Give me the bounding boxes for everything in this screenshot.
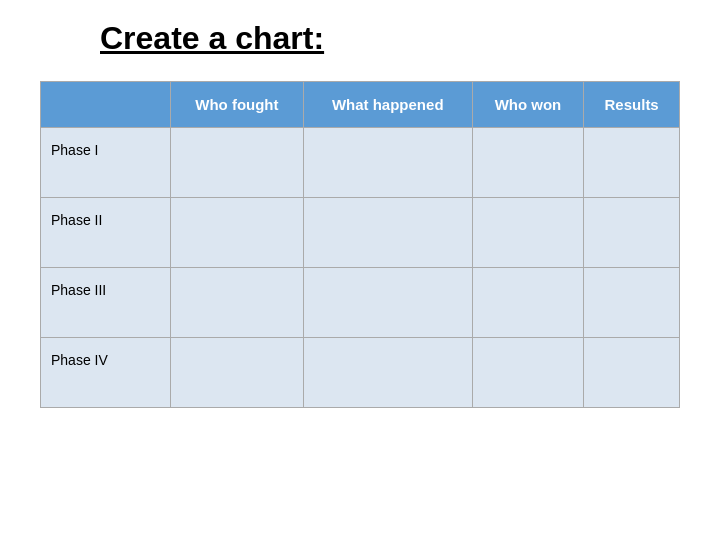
phase-4-who-won[interactable] [472,338,584,408]
phase-4-who-fought[interactable] [171,338,304,408]
phase-1-label: Phase I [41,128,171,198]
phase-4-what-happened[interactable] [303,338,472,408]
table-row: Phase III [41,268,680,338]
phase-4-results[interactable] [584,338,680,408]
phase-2-who-won[interactable] [472,198,584,268]
phase-4-label: Phase IV [41,338,171,408]
phase-1-what-happened[interactable] [303,128,472,198]
phase-1-results[interactable] [584,128,680,198]
phase-3-who-fought[interactable] [171,268,304,338]
header-what-happened: What happened [303,82,472,128]
table-row: Phase I [41,128,680,198]
table-row: Phase IV [41,338,680,408]
phase-3-label: Phase III [41,268,171,338]
phase-1-who-fought[interactable] [171,128,304,198]
phase-2-results[interactable] [584,198,680,268]
header-who-won: Who won [472,82,584,128]
table-row: Phase II [41,198,680,268]
header-phase [41,82,171,128]
phase-2-label: Phase II [41,198,171,268]
table-header-row: Who fought What happened Who won Results [41,82,680,128]
header-who-fought: Who fought [171,82,304,128]
phase-3-who-won[interactable] [472,268,584,338]
phase-3-results[interactable] [584,268,680,338]
phase-3-what-happened[interactable] [303,268,472,338]
page-title: Create a chart: [100,20,324,57]
phase-1-who-won[interactable] [472,128,584,198]
page: Create a chart: Who fought What happened… [0,0,720,540]
header-results: Results [584,82,680,128]
chart-table: Who fought What happened Who won Results… [40,81,680,408]
phase-2-who-fought[interactable] [171,198,304,268]
phase-2-what-happened[interactable] [303,198,472,268]
